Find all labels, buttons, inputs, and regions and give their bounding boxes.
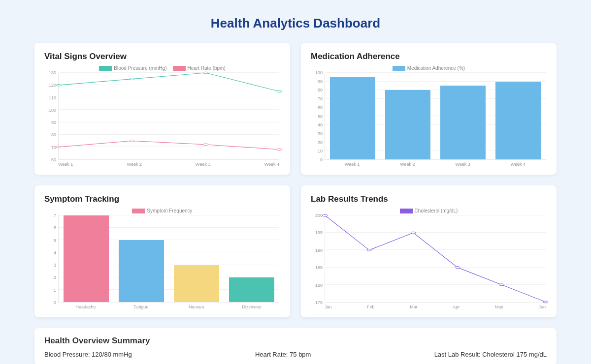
- svg-point-5: [130, 140, 134, 142]
- y-tick: 30: [318, 131, 323, 136]
- svg-point-7: [277, 149, 282, 151]
- x-tick: Week 1: [325, 162, 380, 167]
- bar: [495, 82, 541, 159]
- page-title: Health Analytics Dashboard: [34, 16, 557, 31]
- x-tick: Week 4: [491, 162, 546, 167]
- y-tick: 70: [318, 97, 323, 101]
- card-vitals-title: Vital Signs Overview: [44, 52, 280, 61]
- bar: [64, 215, 109, 302]
- y-tick: 0: [54, 301, 56, 305]
- y-tick: 185: [315, 266, 323, 270]
- y-tick: 7: [54, 213, 56, 218]
- medication-plot: 0102030405060708090100Week 1Week 2Week 3…: [311, 73, 547, 169]
- svg-point-12: [499, 284, 504, 286]
- bar: [330, 77, 375, 159]
- legend-swatch-bp: [99, 66, 112, 71]
- y-tick: 2: [54, 275, 56, 280]
- card-medication: Medication Adherence Medication Adherenc…: [301, 43, 557, 175]
- legend-swatch-med: [393, 66, 405, 71]
- y-tick: 6: [54, 226, 56, 230]
- svg-point-6: [203, 144, 208, 146]
- y-tick: 100: [315, 71, 323, 75]
- bar: [174, 265, 219, 302]
- y-tick: 4: [54, 250, 56, 255]
- svg-point-9: [367, 249, 372, 251]
- series-line: [59, 141, 279, 150]
- y-tick: 3: [54, 263, 56, 268]
- legend-label-hr: Heart Rate (bpm): [188, 65, 226, 71]
- x-tick: Jan: [325, 304, 332, 309]
- y-tick: 175: [315, 301, 323, 305]
- y-tick: 0: [320, 158, 323, 162]
- svg-point-1: [130, 78, 134, 80]
- x-tick: Week 3: [196, 162, 210, 167]
- y-tick: 120: [49, 83, 56, 88]
- legend-swatch-lab: [400, 209, 413, 213]
- y-tick: 130: [49, 71, 56, 75]
- card-medication-title: Medication Adherence: [311, 52, 547, 61]
- svg-point-0: [56, 84, 61, 86]
- x-tick: Jun: [538, 304, 546, 309]
- summary-bp: Blood Pressure: 120/80 mmHg: [44, 351, 132, 358]
- bar: [385, 90, 430, 159]
- symptoms-plot: 01234567HeadacheFatigueNauseaDizziness: [44, 215, 280, 311]
- symptoms-legend: Symptom Frequency: [44, 208, 280, 213]
- summary-card: Health Overview Summary Blood Pressure: …: [34, 328, 557, 364]
- y-tick: 20: [318, 140, 323, 145]
- x-tick: Week 2: [127, 162, 142, 167]
- y-tick: 200: [315, 213, 323, 218]
- chart-grid: Vital Signs Overview Blood Pressure (mmH…: [34, 43, 557, 317]
- svg-point-2: [203, 72, 208, 74]
- svg-point-10: [411, 232, 416, 234]
- y-tick: 1: [54, 288, 56, 292]
- card-vitals: Vital Signs Overview Blood Pressure (mmH…: [34, 43, 290, 175]
- svg-point-11: [455, 267, 460, 269]
- y-tick: 90: [318, 79, 323, 84]
- card-labs-title: Lab Results Trends: [311, 194, 547, 204]
- svg-point-4: [56, 146, 61, 148]
- x-tick: Mar: [410, 304, 418, 309]
- svg-point-3: [277, 91, 282, 92]
- labs-legend: Cholesterol (mg/dL): [311, 208, 547, 213]
- summary-title: Health Overview Summary: [44, 336, 547, 346]
- y-tick: 100: [49, 108, 56, 112]
- legend-label-lab: Cholesterol (mg/dL): [415, 208, 458, 213]
- y-tick: 10: [318, 149, 323, 153]
- card-labs: Lab Results Trends Cholesterol (mg/dL) 1…: [301, 185, 557, 317]
- legend-swatch-hr: [173, 66, 186, 71]
- x-tick: Feb: [367, 304, 375, 309]
- vitals-legend: Blood Pressure (mmHg) Heart Rate (bpm): [44, 65, 280, 71]
- labs-plot: 175180185190195200JanFebMarAprMayJun: [311, 215, 547, 311]
- bar: [119, 240, 164, 302]
- x-tick: Week 3: [435, 162, 491, 167]
- medication-legend: Medication Adherence (%): [311, 65, 547, 71]
- legend-label-med: Medication Adherence (%): [407, 65, 465, 71]
- x-tick: Headache: [58, 304, 113, 309]
- x-tick: Apr: [453, 304, 460, 309]
- svg-point-8: [323, 214, 328, 216]
- series-line: [59, 73, 279, 91]
- x-tick: Week 1: [58, 162, 73, 167]
- x-tick: Week 4: [264, 162, 279, 167]
- legend-swatch-sym: [132, 209, 145, 213]
- y-tick: 110: [49, 95, 56, 100]
- legend-label-sym: Symptom Frequency: [147, 208, 192, 213]
- y-tick: 70: [51, 145, 56, 150]
- y-tick: 40: [318, 123, 323, 127]
- y-tick: 90: [51, 121, 56, 125]
- y-tick: 50: [318, 114, 323, 119]
- series-line: [325, 215, 546, 302]
- x-tick: Fatigue: [113, 304, 168, 309]
- bar: [440, 86, 486, 159]
- y-tick: 80: [318, 88, 323, 92]
- card-symptoms-title: Symptom Tracking: [44, 194, 280, 204]
- x-tick: Dizziness: [224, 304, 279, 309]
- y-tick: 190: [315, 248, 323, 252]
- card-symptoms: Symptom Tracking Symptom Frequency 01234…: [34, 185, 290, 317]
- bar: [229, 277, 274, 302]
- y-tick: 60: [51, 158, 56, 162]
- summary-lab: Last Lab Result: Cholesterol 175 mg/dL: [434, 351, 547, 358]
- y-tick: 195: [315, 231, 323, 235]
- x-tick: Nausea: [169, 304, 224, 309]
- y-tick: 80: [51, 133, 56, 137]
